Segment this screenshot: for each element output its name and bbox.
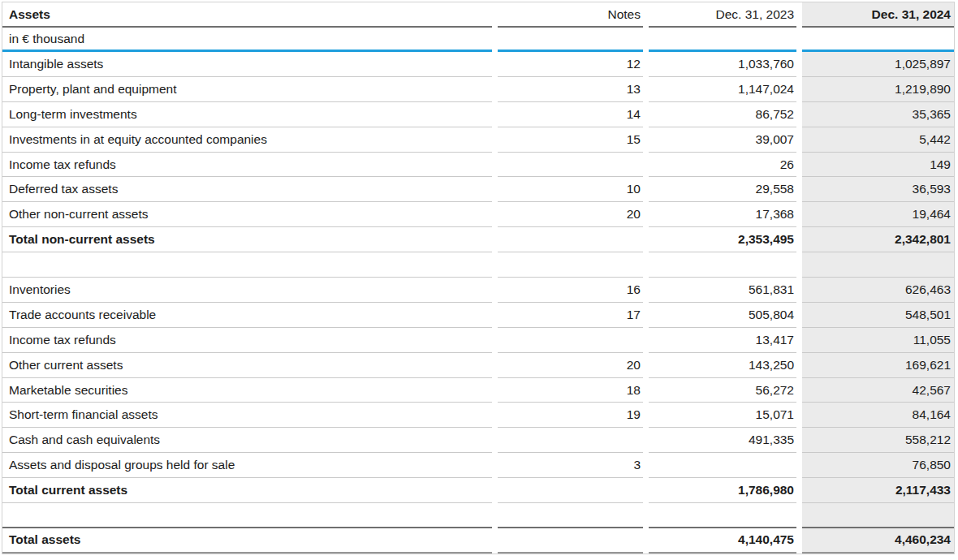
row-notes-cell [498,428,643,453]
row-notes-cell [498,227,643,252]
row-value-2024: 35,365 [802,102,954,127]
row-label: Short-term financial assets [2,403,492,428]
row-notes-cell: 10 [498,177,643,202]
row-notes-cell [498,252,643,278]
table-row: Total non-current assets 2,353,495 2,342… [2,227,954,252]
row-value-2023: 1,786,980 [649,478,796,503]
row-notes-cell [498,153,643,178]
row-notes-cell [498,528,643,554]
row-value-2023: 56,272 [649,378,796,403]
row-value-2023: 561,831 [649,278,796,303]
row-value-2024: 1,025,897 [802,52,954,77]
table-row: Total current assets 1,786,980 2,117,433 [2,478,954,503]
row-value-2023: 39,007 [649,127,796,153]
table-row: Inventories 16 561,831 626,463 [2,278,954,303]
row-notes-cell: 18 [498,378,643,403]
row-value-2023: 1,033,760 [649,52,796,77]
row-value-2024: 2,117,433 [802,478,954,503]
row-label: Assets and disposal groups held for sale [2,453,492,478]
unit-row-2024-cell [802,28,954,52]
table-row: Deferred tax assets 10 29,558 36,593 [2,177,954,202]
table-body: Intangible assets 12 1,033,760 1,025,897… [2,52,954,554]
row-notes-cell [498,328,643,353]
table-row: Cash and cash equivalents 491,335 558,21… [2,428,954,453]
row-value-2023: 505,804 [649,303,796,328]
row-label: Marketable securities [2,378,492,403]
row-label: Total non-current assets [2,227,492,252]
row-notes-cell: 13 [498,77,643,102]
row-notes-cell: 15 [498,127,643,153]
unit-row-2023-cell [649,28,796,52]
row-notes-cell: 12 [498,52,643,77]
unit-row: in € thousand [2,28,954,52]
row-label: Property, plant and equipment [2,77,492,102]
table-header-row: Assets Notes Dec. 31, 2023 Dec. 31, 2024 [2,2,954,28]
row-label: Other non-current assets [2,202,492,227]
row-notes-cell: 20 [498,202,643,227]
table-row: Investments in at equity accounted compa… [2,127,954,153]
row-value-2023: 491,335 [649,428,796,453]
row-value-2024: 149 [802,153,954,178]
row-label: Investments in at equity accounted compa… [2,127,492,153]
table-row: Income tax refunds 26 149 [2,153,954,178]
row-value-2023: 4,140,475 [649,528,796,554]
row-value-2023: 1,147,024 [649,77,796,102]
row-label: Income tax refunds [2,153,492,178]
row-value-2024: 42,567 [802,378,954,403]
column-header-dec-31-2023: Dec. 31, 2023 [649,2,796,28]
row-value-2023: 17,368 [649,202,796,227]
row-label: Income tax refunds [2,328,492,353]
table-title: Assets [2,2,492,28]
table-row: Other current assets 20 143,250 169,621 [2,353,954,378]
row-value-2023 [649,503,796,528]
row-value-2023: 86,752 [649,102,796,127]
row-label: Trade accounts receivable [2,303,492,328]
row-notes-cell [498,478,643,503]
table-row: Short-term financial assets 19 15,071 84… [2,403,954,428]
table-row [2,503,954,528]
table-row: Long-term investments 14 86,752 35,365 [2,102,954,127]
row-label: Inventories [2,278,492,303]
row-notes-cell: 16 [498,278,643,303]
row-value-2024: 558,212 [802,428,954,453]
table-row: Total assets 4,140,475 4,460,234 [2,528,954,554]
row-notes-cell: 17 [498,303,643,328]
row-notes-cell: 3 [498,453,643,478]
row-label: Other current assets [2,353,492,378]
row-label: Cash and cash equivalents [2,428,492,453]
table-row: Other non-current assets 20 17,368 19,46… [2,202,954,227]
column-header-notes: Notes [498,2,643,28]
unit-label: in € thousand [2,28,492,52]
table-row: Assets and disposal groups held for sale… [2,453,954,478]
row-value-2024: 5,442 [802,127,954,153]
table-row: Marketable securities 18 56,272 42,567 [2,378,954,403]
row-label: Deferred tax assets [2,177,492,202]
row-label [2,252,492,278]
row-value-2023: 15,071 [649,403,796,428]
row-value-2024: 19,464 [802,202,954,227]
row-label: Long-term investments [2,102,492,127]
row-value-2024: 1,219,890 [802,77,954,102]
row-value-2024: 548,501 [802,303,954,328]
table-row: Trade accounts receivable 17 505,804 548… [2,303,954,328]
row-value-2024: 11,055 [802,328,954,353]
unit-row-notes-cell [498,28,643,52]
table-row: Intangible assets 12 1,033,760 1,025,897 [2,52,954,77]
row-value-2024: 76,850 [802,453,954,478]
row-label: Total current assets [2,478,492,503]
row-notes-cell: 20 [498,353,643,378]
row-value-2024: 169,621 [802,353,954,378]
row-value-2023: 13,417 [649,328,796,353]
row-value-2024 [802,252,954,278]
row-value-2024: 4,460,234 [802,528,954,554]
row-value-2023: 26 [649,153,796,178]
row-value-2023: 143,250 [649,353,796,378]
row-value-2024: 84,164 [802,403,954,428]
row-value-2024 [802,503,954,528]
row-value-2023 [649,453,796,478]
row-notes-cell: 14 [498,102,643,127]
row-value-2023: 29,558 [649,177,796,202]
row-value-2024: 36,593 [802,177,954,202]
column-header-dec-31-2024: Dec. 31, 2024 [802,2,954,28]
row-notes-cell [498,503,643,528]
